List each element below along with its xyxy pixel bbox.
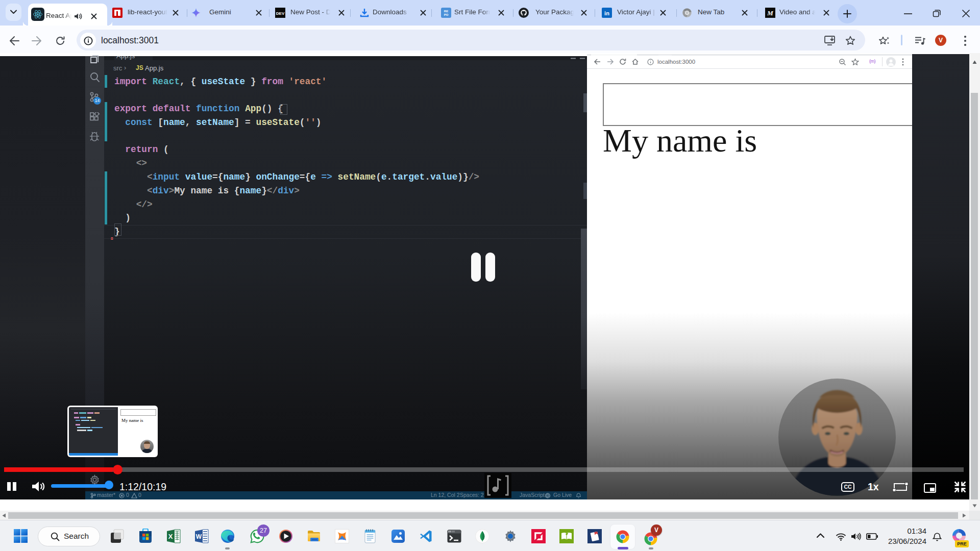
svg-text:in: in <box>604 10 609 16</box>
svg-text:W: W <box>196 533 202 540</box>
svg-text:X: X <box>168 533 173 540</box>
svg-text:DEV: DEV <box>276 11 285 16</box>
svg-text:PO: PO <box>444 13 449 16</box>
svg-text:M: M <box>767 9 773 17</box>
svg-text:RE: RE <box>444 10 448 13</box>
